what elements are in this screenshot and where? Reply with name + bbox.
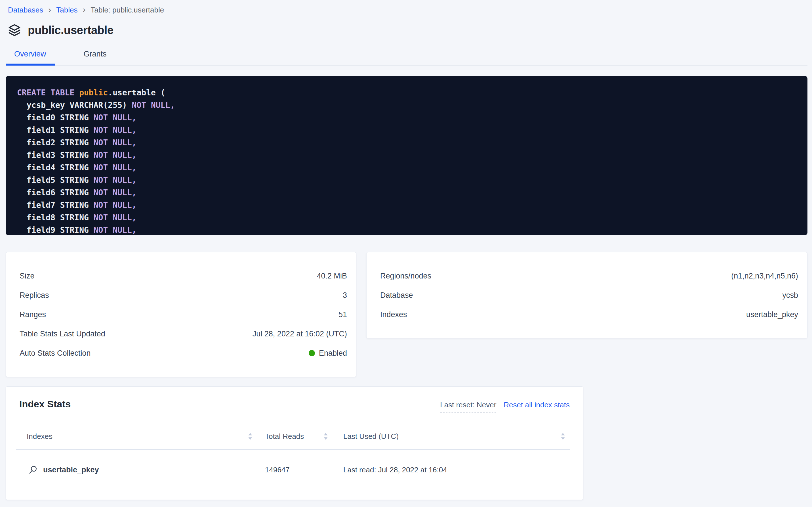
stat-value: 3 <box>343 291 347 300</box>
index-stats-table-header: IndexesTotal ReadsLast Used (UTC) <box>16 423 570 450</box>
stat-label: Replicas <box>19 291 49 300</box>
stat-row-table-stats-last-updated: Table Stats Last UpdatedJul 28, 2022 at … <box>15 324 347 343</box>
sql-line: field0 STRING NOT NULL, <box>17 112 796 124</box>
stat-value: usertable_pkey <box>746 310 798 319</box>
page-title: public.usertable <box>28 24 114 37</box>
column-header-last-used-utc-[interactable]: Last Used (UTC) <box>343 432 570 441</box>
stat-label: Database <box>380 291 413 300</box>
stat-label: Regions/nodes <box>380 272 431 280</box>
tab-overview[interactable]: Overview <box>6 50 55 66</box>
stat-row-size: Size40.2 MiB <box>15 266 347 286</box>
stat-label: Size <box>19 272 35 280</box>
stat-label: Indexes <box>380 310 407 319</box>
last-used-value: Last read: Jul 28, 2022 at 16:04 <box>343 465 570 474</box>
sql-line: field5 STRING NOT NULL, <box>17 174 796 186</box>
index-stats-row: usertable_pkey149647Last read: Jul 28, 2… <box>16 450 570 490</box>
index-stats-table-body: usertable_pkey149647Last read: Jul 28, 2… <box>16 450 570 490</box>
sql-line: field8 STRING NOT NULL, <box>17 212 796 224</box>
tab-grants[interactable]: Grants <box>75 50 115 66</box>
create-table-statement: CREATE TABLE public.usertable ( ycsb_key… <box>6 76 807 235</box>
index-stats-toolbar: Last reset: Never Reset all index stats <box>440 401 570 412</box>
breadcrumb-separator-icon: › <box>48 6 51 13</box>
stat-row-auto-stats-collection: Auto Stats CollectionEnabled <box>15 343 347 363</box>
sql-line: field2 STRING NOT NULL, <box>17 136 796 149</box>
table-detail-page: Databases›Tables›Table: public.usertable… <box>0 0 812 500</box>
sql-line: field6 STRING NOT NULL, <box>17 186 796 199</box>
sql-line: field9 STRING NOT NULL, <box>17 224 796 235</box>
stat-value: Enabled <box>309 349 347 358</box>
stat-value: (n1,n2,n3,n4,n5,n6) <box>731 272 798 280</box>
table-details-card: Regions/nodes(n1,n2,n3,n4,n5,n6)Database… <box>366 252 807 338</box>
column-header-indexes[interactable]: Indexes <box>27 432 265 441</box>
stat-label: Table Stats Last Updated <box>19 330 105 338</box>
stat-row-regions-nodes: Regions/nodes(n1,n2,n3,n4,n5,n6) <box>376 266 798 286</box>
sql-line: ycsb_key VARCHAR(255) NOT NULL, <box>17 99 796 112</box>
total-reads-value: 149647 <box>265 465 343 474</box>
last-reset-label: Last reset: Never <box>440 401 496 412</box>
index-stats-title: Index Stats <box>19 399 71 410</box>
sort-arrows-icon <box>323 432 328 441</box>
column-header-total-reads[interactable]: Total Reads <box>265 432 343 441</box>
index-stats-header: Index Stats Last reset: Never Reset all … <box>19 399 570 412</box>
tab-bar: OverviewGrants <box>6 50 807 66</box>
search-icon <box>28 465 38 474</box>
index-name-link[interactable]: usertable_pkey <box>27 465 265 474</box>
breadcrumb-item-databases[interactable]: Databases <box>8 6 43 14</box>
stat-row-database: Databaseycsb <box>376 286 798 305</box>
table-overview-card: Size40.2 MiBReplicas3Ranges51Table Stats… <box>6 252 356 377</box>
sort-arrows-icon <box>247 432 253 441</box>
table-stack-icon <box>8 23 21 37</box>
stat-row-ranges: Ranges51 <box>15 305 347 324</box>
breadcrumb-separator-icon: › <box>82 6 85 13</box>
sql-line: field1 STRING NOT NULL, <box>17 124 796 136</box>
reset-all-index-stats-link[interactable]: Reset all index stats <box>504 401 570 409</box>
breadcrumb: Databases›Tables›Table: public.usertable <box>8 6 807 14</box>
sql-line: field3 STRING NOT NULL, <box>17 149 796 162</box>
breadcrumb-item-tables[interactable]: Tables <box>56 6 77 14</box>
stat-label: Auto Stats Collection <box>19 349 91 358</box>
stat-value: Jul 28, 2022 at 16:02 (UTC) <box>252 330 347 338</box>
status-dot-enabled <box>309 350 315 356</box>
stat-value: 40.2 MiB <box>317 272 347 280</box>
index-stats-card: Index Stats Last reset: Never Reset all … <box>6 386 583 500</box>
stat-label: Ranges <box>19 310 46 319</box>
stat-value: 51 <box>338 310 347 319</box>
index-stats-table: IndexesTotal ReadsLast Used (UTC) userta… <box>16 423 570 490</box>
stat-row-indexes: Indexesusertable_pkey <box>376 305 798 324</box>
sort-arrows-icon <box>560 432 566 441</box>
stat-value: ycsb <box>782 291 798 300</box>
sql-line: field7 STRING NOT NULL, <box>17 199 796 212</box>
page-title-row: public.usertable <box>8 23 807 37</box>
sql-line: CREATE TABLE public.usertable ( <box>17 87 796 99</box>
stat-row-replicas: Replicas3 <box>15 286 347 305</box>
sql-line: field4 STRING NOT NULL, <box>17 162 796 174</box>
breadcrumb-item-table: Table: public.usertable <box>90 6 164 14</box>
summary-cards-row: Size40.2 MiBReplicas3Ranges51Table Stats… <box>6 252 807 377</box>
